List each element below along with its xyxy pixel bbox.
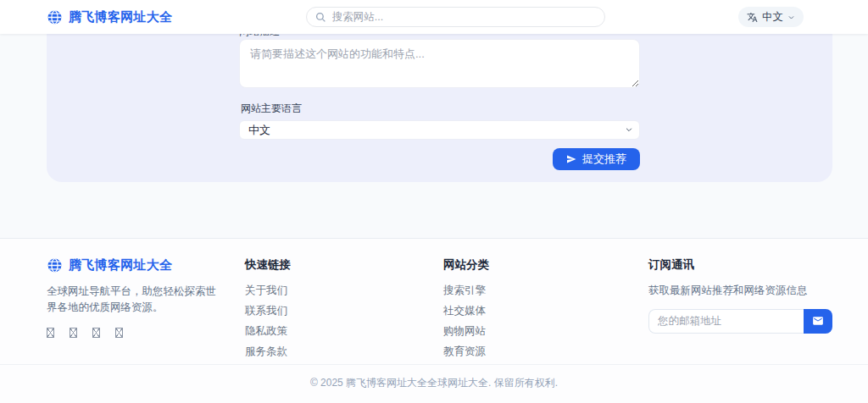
footer-grid: 腾飞博客网址大全 全球网址导航平台，助您轻松探索世界各地的优质网络资源。 快速链… bbox=[0, 239, 868, 364]
header: 腾飞博客网址大全 中文 bbox=[0, 0, 868, 34]
footer-link-contact[interactable]: 联系我们 bbox=[245, 303, 443, 318]
footer-tagline: 全球网址导航平台，助您轻松探索世界各地的优质网络资源。 bbox=[47, 284, 220, 317]
social-links bbox=[47, 328, 245, 338]
submit-form: 网站描述 网站主要语言 中文 提交推荐 bbox=[239, 34, 640, 170]
globe-icon bbox=[47, 257, 63, 273]
newsletter-title: 订阅通讯 bbox=[648, 257, 832, 273]
newsletter-form bbox=[648, 309, 832, 334]
footer-quick-links-column: 快速链接 关于我们 联系我们 隐私政策 服务条款 bbox=[245, 257, 443, 364]
footer-link-search-engines[interactable]: 搜索引擎 bbox=[443, 283, 648, 298]
footer-link-education[interactable]: 教育资源 bbox=[443, 344, 648, 359]
social-icon-placeholder[interactable] bbox=[92, 328, 100, 338]
chevron-down-icon bbox=[787, 14, 795, 21]
search-zone bbox=[172, 7, 738, 27]
social-icon-placeholder[interactable] bbox=[47, 328, 54, 338]
envelope-icon bbox=[812, 315, 824, 327]
send-icon bbox=[566, 154, 576, 164]
newsletter-subscribe-button[interactable] bbox=[804, 309, 832, 334]
language-field-label: 网站主要语言 bbox=[241, 102, 640, 116]
site-logo[interactable]: 腾飞博客网址大全 bbox=[47, 9, 172, 25]
language-select[interactable]: 中文 bbox=[239, 120, 640, 140]
translate-icon bbox=[747, 12, 758, 23]
site-title: 腾飞博客网址大全 bbox=[69, 9, 172, 25]
language-select-wrap: 中文 bbox=[239, 120, 640, 140]
language-label: 中文 bbox=[762, 10, 783, 25]
footer-categories-column: 网站分类 搜索引擎 社交媒体 购物网站 教育资源 bbox=[443, 257, 648, 364]
submit-form-card: 网站描述 网站主要语言 中文 提交推荐 bbox=[47, 34, 832, 182]
search-icon bbox=[315, 12, 326, 23]
social-icon-placeholder[interactable] bbox=[70, 328, 77, 338]
footer-link-shopping[interactable]: 购物网站 bbox=[443, 323, 648, 339]
footer: 腾飞博客网址大全 全球网址导航平台，助您轻松探索世界各地的优质网络资源。 快速链… bbox=[0, 238, 868, 403]
copyright-text: © 2025 腾飞博客网址大全全球网址大全. 保留所有权利. bbox=[0, 364, 868, 403]
footer-link-about[interactable]: 关于我们 bbox=[245, 283, 443, 298]
footer-about-column: 腾飞博客网址大全 全球网址导航平台，助您轻松探索世界各地的优质网络资源。 bbox=[47, 257, 245, 364]
search-bar[interactable] bbox=[306, 7, 605, 27]
footer-logo[interactable]: 腾飞博客网址大全 bbox=[47, 257, 245, 273]
footer-link-privacy[interactable]: 隐私政策 bbox=[245, 323, 443, 339]
main-content: 网站描述 网站主要语言 中文 提交推荐 bbox=[0, 34, 868, 238]
search-input[interactable] bbox=[332, 11, 596, 23]
globe-icon bbox=[47, 9, 63, 25]
clipped-field-label: 网站描述 bbox=[239, 34, 640, 37]
submit-button[interactable]: 提交推荐 bbox=[553, 148, 640, 170]
description-textarea[interactable] bbox=[239, 39, 640, 88]
social-icon-placeholder[interactable] bbox=[115, 328, 123, 338]
footer-column-title: 快速链接 bbox=[245, 257, 443, 273]
email-input[interactable] bbox=[648, 309, 804, 334]
footer-column-title: 网站分类 bbox=[443, 257, 648, 273]
language-selector[interactable]: 中文 bbox=[738, 7, 804, 27]
button-row: 提交推荐 bbox=[239, 148, 640, 170]
footer-link-social-media[interactable]: 社交媒体 bbox=[443, 303, 648, 318]
footer-link-terms[interactable]: 服务条款 bbox=[245, 344, 443, 359]
footer-site-title: 腾飞博客网址大全 bbox=[69, 257, 172, 273]
footer-newsletter-column: 订阅通讯 获取最新网站推荐和网络资源信息 bbox=[648, 257, 832, 364]
newsletter-description: 获取最新网站推荐和网络资源信息 bbox=[648, 283, 832, 299]
